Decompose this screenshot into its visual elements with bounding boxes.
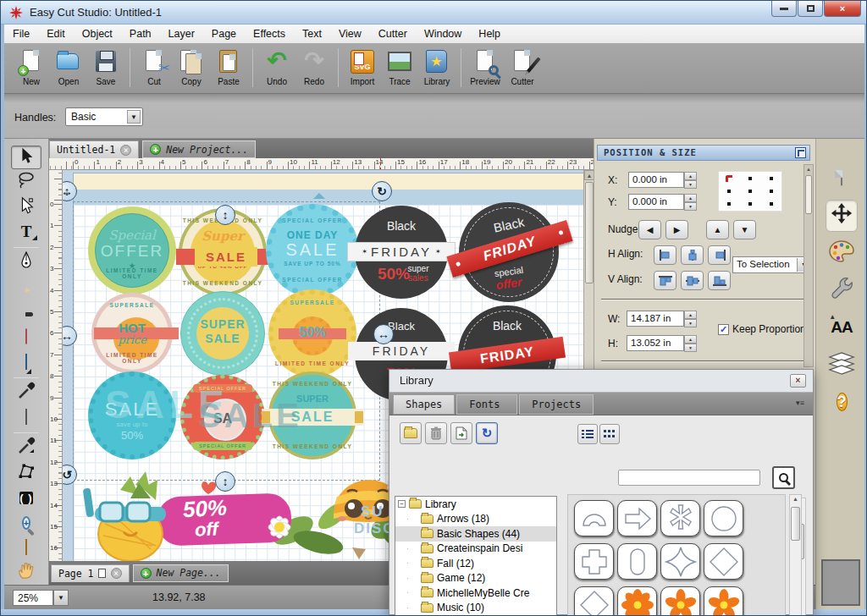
pen-tool[interactable] [11,250,41,274]
width-stepper[interactable]: ▲▼ [684,311,697,327]
nudge-right-button[interactable]: ▶ [665,220,688,239]
selection-handle-stretch-v[interactable]: ↕ [215,205,235,225]
collapse-icon[interactable]: − [398,500,406,508]
close-button[interactable]: × [824,1,861,17]
new-button[interactable]: +New [13,44,50,93]
selection-handle-rotate[interactable]: ↻ [372,181,392,201]
tree-item-createinspain-desi[interactable]: Createinspain Desi [395,542,556,557]
menu-text[interactable]: Text [294,26,330,41]
selection-handle-stretch-v-bottom[interactable]: ↕ [215,471,235,492]
zoom-dropdown-button[interactable]: ▼ [53,590,69,606]
save-button[interactable]: Save [87,44,124,93]
panel-header[interactable]: POSITION & SIZE [597,145,810,161]
tree-item-game-12-[interactable]: Game (12) [395,571,556,586]
open-button[interactable]: Open [50,44,87,93]
anchor-point-grid[interactable] [718,171,782,212]
measure-tool[interactable] [11,536,41,559]
selection-handle-stretch-h-right[interactable]: ↔ [373,324,394,344]
shape-tile-diamond[interactable] [574,586,614,616]
library-tab-fonts[interactable]: Fonts [456,394,517,415]
minimize-button[interactable] [771,1,797,17]
shape-rect-tool[interactable] [11,349,41,373]
x-input[interactable]: 0.000 in [628,172,684,188]
document-panel-button[interactable] [826,162,858,195]
menu-object[interactable]: Object [74,26,121,41]
shape-tile-flower5[interactable] [660,586,700,616]
height-stepper[interactable]: ▲▼ [684,335,697,351]
paste-button[interactable]: Paste [210,44,247,93]
shape-tile-flower8[interactable] [617,586,657,616]
shape-tile-asterisk[interactable] [660,500,700,536]
pan-tool[interactable] [11,560,41,584]
redo-button[interactable]: ↷Redo [295,44,333,93]
trace-button[interactable]: Trace [381,44,418,93]
y-stepper[interactable]: ▲▼ [684,194,697,210]
gradient-tool[interactable] [11,405,41,429]
export-shape-button[interactable] [450,422,472,444]
pencil-tool[interactable] [11,276,41,300]
page-1-tab[interactable]: Page 1 × [51,564,130,582]
shape-tile-flower5[interactable] [704,586,743,616]
menu-path[interactable]: Path [121,26,160,41]
library-tab-shapes[interactable]: Shapes [393,394,455,415]
add-folder-button[interactable] [400,422,422,444]
anchor-selected-top-left[interactable] [726,175,732,182]
sticker-supersale-50[interactable]: SUPERSALE 50% LIMITED TIME ONLY [268,289,356,377]
scrollbar-thumb[interactable] [585,182,594,283]
shape-tile-diamond[interactable] [704,543,743,580]
bracket-tool[interactable]: ( ) [11,486,41,509]
tree-item-fall-12-[interactable]: Fall (12) [395,556,556,571]
align-top-button[interactable] [654,271,676,290]
select-tool[interactable] [11,146,41,169]
panel-scrollbar[interactable]: ▲ [803,164,814,367]
titlebar[interactable]: Easy Cut Studio: Untitled-1 × [1,1,867,25]
tree-item-arrows-18-[interactable]: Arrows (18) [395,512,556,527]
height-input[interactable]: 13.052 in [627,335,684,351]
new-project-tab[interactable]: + New Project... [142,140,256,158]
brush-tool[interactable] [11,300,41,324]
handles-dropdown[interactable]: Basic ▼ [65,107,143,126]
keep-proportions-checkbox[interactable]: ✓ [718,324,729,335]
menu-effects[interactable]: Effects [245,26,294,41]
preview-button[interactable]: Preview [467,44,504,93]
grid-vertical-scrollbar[interactable]: ▲▼ [789,494,802,616]
delete-button[interactable] [425,422,447,444]
tree-item-michellemybelle-cre[interactable]: MichelleMyBelle Cre [395,586,556,601]
menu-help[interactable]: Help [470,26,509,41]
sticker-black-friday-special[interactable]: Black FRIDAY special offer [459,202,559,302]
eraser-tool[interactable] [11,325,41,349]
sticker-super-sale[interactable]: SUPER SALE [180,291,265,376]
menu-window[interactable]: Window [416,26,470,41]
library-window[interactable]: Library × ShapesFontsProjects ▾≡ ↻ −Libr… [389,369,814,615]
help-panel-button[interactable]: ? [826,386,858,418]
tab-close-icon[interactable]: × [120,145,131,156]
sticker-black-friday-50[interactable]: Black ✶ FRIDAY ✶ 50% super sales [355,206,448,299]
grid-view-button[interactable] [599,424,620,444]
width-input[interactable]: 14.187 in [627,311,684,327]
x-stepper[interactable]: ▲▼ [684,172,697,188]
shape-tile-arrow-right[interactable] [617,500,657,536]
library-search-button[interactable] [772,466,795,489]
y-input[interactable]: 0.000 in [628,194,684,210]
library-search-input[interactable] [618,470,760,486]
nudge-up-button[interactable]: ▲ [706,220,729,239]
list-view-button[interactable] [577,424,598,444]
cutter-button[interactable]: Cutter [504,44,541,93]
tree-item-music-10-[interactable]: Music (10) [395,601,556,616]
align-left-button[interactable] [654,245,676,265]
align-center-v-button[interactable] [681,271,704,290]
eyedropper-tool[interactable] [11,381,41,404]
undo-button[interactable]: ↶Undo [258,44,295,93]
shape-tile-pill[interactable] [617,543,657,580]
maximize-button[interactable] [798,1,823,17]
library-tree[interactable]: −LibraryArrows (18)Basic Shapes (44)Crea… [395,496,557,616]
menu-edit[interactable]: Edit [38,26,74,41]
tab-untitled-1[interactable]: Untitled-1 × [49,140,139,158]
align-right-button[interactable] [708,245,731,265]
zoom-tool[interactable]: + [11,510,41,534]
library-tab-projects[interactable]: Projects [519,394,594,415]
align-center-h-button[interactable] [681,245,704,265]
node-select-tool[interactable] [11,195,41,219]
shape-tile-star4[interactable] [660,543,700,580]
tree-item-basic-shapes-44-[interactable]: Basic Shapes (44) [395,526,556,542]
